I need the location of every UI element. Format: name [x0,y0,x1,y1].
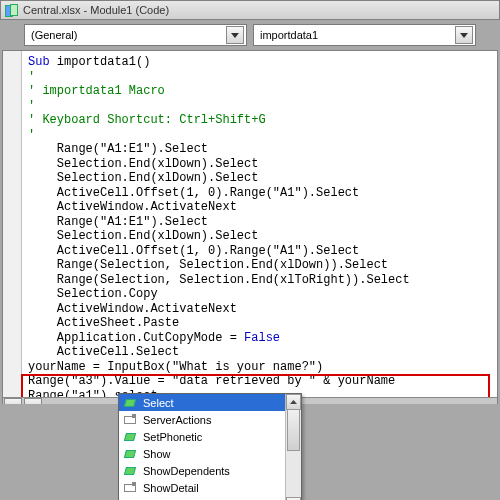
code-editor[interactable]: Sub importdata1() ' ' importdata1 Macro … [22,51,497,431]
code-margin[interactable] [3,51,22,431]
property-icon [123,482,137,494]
intellisense-item[interactable]: Show [119,445,301,462]
svg-marker-2 [290,400,297,404]
intellisense-item-label: ServerActions [143,414,211,426]
intellisense-item[interactable]: SetPhonetic [119,428,301,445]
procedure-dropdown[interactable]: importdata1 [253,24,476,46]
intellisense-item-label: SetPhonetic [143,431,202,443]
intellisense-item-label: Select [143,397,174,409]
popup-scrollbar[interactable] [285,394,301,500]
module-icon [5,4,19,16]
procedure-dropdown-value: importdata1 [260,29,318,41]
svg-marker-1 [460,33,468,38]
vba-editor-window: Central.xlsx - Module1 (Code) (General) … [0,0,500,500]
intellisense-item[interactable]: ServerActions [119,411,301,428]
intellisense-item[interactable]: ShowDetail [119,479,301,496]
intellisense-item[interactable]: ShowDependents [119,462,301,479]
object-dropdown-value: (General) [31,29,77,41]
scroll-up-icon[interactable] [286,394,301,410]
property-icon [123,414,137,426]
procedure-selectors: (General) importdata1 [0,20,500,50]
window-title: Central.xlsx - Module1 (Code) [23,4,169,16]
method-icon [123,448,137,460]
svg-marker-0 [231,33,239,38]
chevron-down-icon[interactable] [226,26,244,44]
method-icon [123,397,137,409]
intellisense-popup[interactable]: SelectServerActionsSetPhoneticShowShowDe… [118,393,302,500]
method-icon [123,431,137,443]
intellisense-item-label: Show [143,448,171,460]
scroll-thumb[interactable] [287,409,300,451]
code-window-titlebar[interactable]: Central.xlsx - Module1 (Code) [0,0,500,20]
method-icon [123,465,137,477]
intellisense-item-label: ShowDetail [143,482,199,494]
chevron-down-icon[interactable] [455,26,473,44]
object-dropdown[interactable]: (General) [24,24,247,46]
code-panel: Sub importdata1() ' ' importdata1 Macro … [2,50,498,432]
intellisense-item[interactable]: Select [119,394,301,411]
intellisense-item-label: ShowDependents [143,465,230,477]
intellisense-item[interactable]: ShowErrors [119,496,301,500]
